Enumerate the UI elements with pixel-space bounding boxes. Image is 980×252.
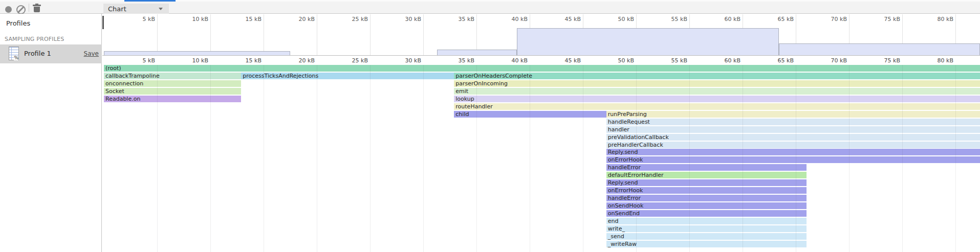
view-mode-value: Chart — [108, 5, 126, 13]
axis-tick-label: 60 kB — [711, 16, 741, 22]
flame-frame-socket[interactable]: Socket — [104, 88, 241, 95]
gridline — [476, 65, 477, 252]
gridline — [210, 14, 211, 55]
gridline — [423, 65, 424, 252]
sampling-profiles-section-label: SAMPLING PROFILES — [5, 36, 64, 42]
flame-frame-onerrorhook[interactable]: onErrorHook — [606, 156, 980, 163]
axis-tick-label: 40 kB — [498, 16, 528, 22]
gridline — [210, 65, 211, 252]
flame-frame-readable-on[interactable]: Readable.on — [104, 96, 241, 102]
overview-separator — [102, 55, 980, 56]
flame-frame-routehandler[interactable]: routeHandler — [454, 103, 980, 110]
clear-icon[interactable] — [16, 5, 26, 14]
axis-tick-label: 55 kB — [658, 57, 687, 64]
profile-name: Profile 1 — [24, 50, 51, 57]
flame-frame-onconnection[interactable]: onconnection — [104, 80, 241, 87]
axis-tick-label: 15 kB — [232, 16, 262, 22]
gridline — [796, 65, 796, 252]
axis-tick-label: 45 kB — [551, 57, 581, 64]
gridline — [902, 65, 903, 252]
axis-tick-label: 10 kB — [179, 16, 208, 22]
gridline — [370, 65, 371, 252]
gridline — [157, 14, 158, 55]
profiles-sidebar: Profiles SAMPLING PROFILES % Profile 1 S… — [0, 14, 102, 252]
axis-tick-label: 30 kB — [391, 57, 421, 64]
flame-frame-parseronheaderscomplete[interactable]: parserOnHeadersComplete — [454, 73, 980, 79]
flame-frame-parseronincoming[interactable]: parserOnIncoming — [454, 80, 980, 87]
sidebar-title: Profiles — [6, 19, 30, 27]
sidebar-item-profile-1[interactable]: % Profile 1 Save — [0, 44, 102, 63]
gridline — [157, 65, 158, 252]
axis-tick-label: 30 kB — [391, 16, 421, 22]
view-mode-select[interactable]: Chart — [103, 4, 169, 14]
axis-tick-label: 55 kB — [658, 16, 687, 22]
overview-step — [437, 50, 517, 55]
gridline — [476, 14, 477, 55]
axis-tick-label: 35 kB — [445, 57, 474, 64]
gridline — [317, 65, 317, 252]
profiler-toolbar: Chart — [0, 2, 980, 14]
gridline — [264, 65, 264, 252]
gridline — [636, 65, 637, 252]
gridline — [689, 65, 690, 252]
axis-tick-label: 70 kB — [817, 57, 847, 64]
axis-tick-label: 45 kB — [551, 16, 581, 22]
record-icon[interactable] — [5, 6, 12, 13]
gridline — [423, 14, 424, 55]
flame-frame-processticksandrejections[interactable]: processTicksAndRejections — [241, 73, 454, 79]
flame-frame-emit[interactable]: emit — [454, 88, 980, 95]
axis-tick-label: 80 kB — [924, 57, 953, 64]
axis-tick-label: 65 kB — [764, 16, 794, 22]
axis-tick-label: 25 kB — [338, 57, 368, 64]
flame-frame-reply-send[interactable]: Reply.send — [606, 149, 980, 155]
axis-tick-label: 70 kB — [817, 16, 847, 22]
gridline — [530, 65, 530, 252]
axis-tick-label: 40 kB — [498, 57, 528, 64]
flame-frame-handlerequest[interactable]: handleRequest — [606, 119, 980, 125]
axis-tick-label: 65 kB — [764, 57, 794, 64]
flame-frame-prehandlercallback[interactable]: preHandlerCallback — [606, 142, 980, 148]
gridline — [743, 65, 743, 252]
axis-tick-label: 10 kB — [179, 57, 208, 64]
gridline — [264, 14, 264, 55]
axis-tick-label: 80 kB — [924, 16, 953, 22]
gridline — [583, 65, 583, 252]
profiler-window: Chart Profiles SAMPLING PROFILES % Profi… — [0, 0, 980, 252]
overview-step — [779, 43, 980, 55]
axis-tick-label: 50 kB — [604, 16, 634, 22]
gridline — [317, 14, 317, 55]
gridline — [849, 65, 850, 252]
save-profile-link[interactable]: Save — [84, 50, 99, 57]
axis-tick-label: 20 kB — [285, 16, 315, 22]
axis-tick-label: 75 kB — [870, 57, 900, 64]
axis-tick-label: 35 kB — [445, 16, 474, 22]
axis-tick-label: 20 kB — [285, 57, 315, 64]
gridline — [370, 14, 371, 55]
gridline — [955, 65, 956, 252]
chevron-down-icon — [159, 8, 163, 10]
trash-body — [34, 7, 40, 12]
profile-chart-icon: % — [9, 47, 19, 60]
trash-lid — [33, 5, 41, 6]
flame-frame-runpreparsing[interactable]: runPreParsing — [606, 111, 980, 118]
axis-tick-label: 25 kB — [338, 16, 368, 22]
flame-frame-callbacktrampoline[interactable]: callbackTrampoline — [104, 73, 241, 79]
axis-tick-label: 5 kB — [125, 16, 155, 22]
flame-frame-handler[interactable]: handler — [606, 126, 980, 133]
overview-step — [104, 51, 290, 55]
overview-step — [517, 28, 779, 55]
flame-frame-lookup[interactable]: lookup — [454, 96, 980, 102]
axis-tick-label: 75 kB — [870, 16, 900, 22]
axis-tick-label: 50 kB — [604, 57, 634, 64]
toolbar-separator — [29, 4, 29, 12]
delete-profile-icon[interactable] — [33, 4, 41, 12]
axis-tick-label: 15 kB — [232, 57, 262, 64]
flame-chart-pane: 5 kB10 kB15 kB20 kB25 kB30 kB35 kB40 kB4… — [102, 14, 980, 252]
axis-tick-label: 60 kB — [711, 57, 741, 64]
flame-frame-prevalidationcallback[interactable]: preValidationCallback — [606, 134, 980, 141]
axis-tick-label: 5 kB — [125, 57, 155, 64]
scrollbar-thumb[interactable] — [102, 16, 104, 29]
